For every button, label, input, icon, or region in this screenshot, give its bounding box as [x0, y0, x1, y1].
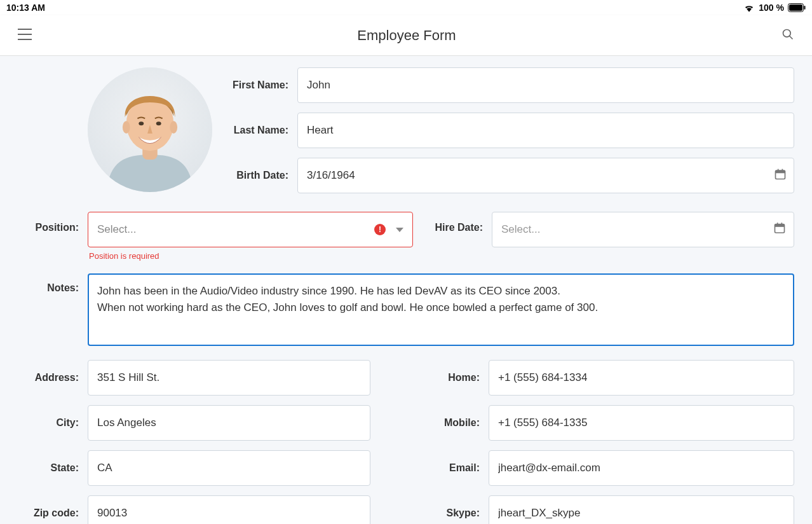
label-last-name: Last Name: [227, 125, 288, 136]
svg-point-11 [123, 121, 130, 134]
menu-button[interactable] [14, 25, 36, 46]
zip-input[interactable] [88, 495, 370, 524]
svg-rect-3 [18, 29, 32, 30]
skype-input[interactable] [489, 495, 794, 524]
position-error-text: Position is required [89, 251, 413, 261]
status-battery-text: 100 % [759, 3, 784, 13]
email-input[interactable] [489, 450, 794, 486]
label-email: Email: [442, 462, 480, 474]
svg-rect-4 [18, 34, 32, 35]
svg-point-14 [156, 121, 161, 125]
label-hire-date: Hire Date: [422, 212, 483, 233]
calendar-icon[interactable] [773, 222, 786, 238]
battery-icon [788, 3, 806, 12]
notes-textarea[interactable] [88, 273, 794, 346]
status-bar: 10:13 AM 100 % [0, 0, 812, 15]
position-select[interactable]: Select... ! [88, 212, 413, 247]
svg-rect-1 [789, 4, 802, 11]
app-header: Employee Form [0, 15, 812, 56]
calendar-icon[interactable] [774, 168, 787, 183]
home-phone-input[interactable] [489, 360, 794, 396]
svg-point-6 [783, 30, 791, 38]
label-home: Home: [442, 372, 480, 383]
birth-date-input[interactable] [297, 158, 794, 193]
svg-point-12 [170, 121, 177, 134]
status-right: 100 % [743, 3, 806, 13]
first-name-input[interactable] [297, 67, 794, 103]
label-zip: Zip code: [18, 507, 79, 519]
address-input[interactable] [88, 360, 370, 396]
svg-line-7 [790, 36, 793, 39]
label-city: City: [18, 417, 79, 429]
svg-rect-16 [776, 170, 785, 173]
hamburger-icon [18, 32, 32, 42]
label-skype: Skype: [442, 507, 480, 519]
content: First Name: Last Name: Birth Date: Posit… [0, 56, 812, 524]
search-icon [782, 33, 794, 43]
svg-rect-17 [778, 169, 779, 172]
page-title: Employee Form [357, 27, 456, 44]
state-input[interactable] [88, 450, 370, 486]
chevron-down-icon [396, 223, 403, 236]
label-state: State: [18, 462, 79, 474]
svg-rect-21 [777, 223, 778, 225]
label-notes: Notes: [18, 273, 79, 294]
mobile-phone-input[interactable] [489, 405, 794, 441]
svg-rect-22 [782, 223, 783, 225]
svg-rect-18 [782, 169, 783, 172]
last-name-input[interactable] [297, 113, 794, 148]
svg-rect-2 [804, 6, 806, 10]
employee-photo [88, 67, 212, 192]
position-placeholder: Select... [97, 223, 136, 236]
error-icon: ! [374, 224, 386, 235]
status-time: 10:13 AM [6, 3, 45, 13]
city-input[interactable] [88, 405, 370, 441]
wifi-icon [743, 3, 755, 12]
svg-rect-20 [775, 224, 785, 227]
search-button[interactable] [778, 24, 798, 46]
label-position: Position: [18, 212, 79, 233]
hire-date-placeholder: Select... [501, 223, 540, 236]
label-first-name: First Name: [227, 79, 288, 91]
label-birth-date: Birth Date: [227, 170, 288, 181]
svg-point-13 [139, 121, 144, 125]
label-mobile: Mobile: [442, 417, 480, 429]
hire-date-input[interactable]: Select... [492, 212, 794, 247]
svg-rect-5 [18, 39, 32, 40]
label-address: Address: [18, 372, 79, 383]
